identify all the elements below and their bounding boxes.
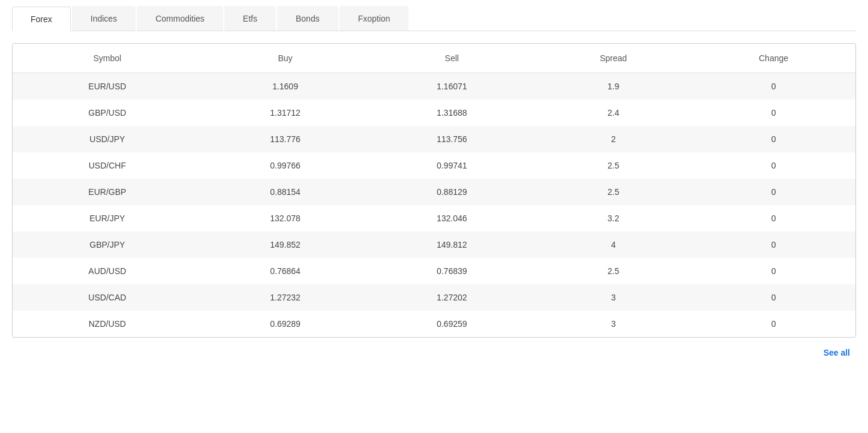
cell-buy: 132.078 [202, 205, 369, 231]
cell-spread: 3 [535, 311, 692, 337]
cell-change: 0 [692, 205, 855, 231]
cell-spread: 1.9 [535, 73, 692, 100]
table-header-row: Symbol Buy Sell Spread Change [13, 44, 855, 73]
cell-sell: 132.046 [368, 205, 535, 231]
page-wrapper: Forex Indices Commodities Etfs Bonds Fxo… [0, 0, 868, 376]
cell-change: 0 [692, 126, 855, 152]
cell-buy: 1.31712 [202, 100, 369, 126]
tab-indices[interactable]: Indices [72, 6, 136, 31]
table-row: USD/CHF0.997660.997412.50 [13, 152, 855, 179]
cell-change: 0 [692, 311, 855, 337]
col-sell: Sell [368, 44, 535, 73]
cell-change: 0 [692, 152, 855, 179]
cell-change: 0 [692, 258, 855, 284]
data-table-container: Symbol Buy Sell Spread Change EUR/USD1.1… [12, 43, 856, 338]
tabs-container: Forex Indices Commodities Etfs Bonds Fxo… [12, 6, 856, 31]
cell-symbol: GBP/USD [13, 100, 202, 126]
table-row: AUD/USD0.768640.768392.50 [13, 258, 855, 284]
cell-symbol: NZD/USD [13, 311, 202, 337]
cell-buy: 149.852 [202, 231, 369, 258]
forex-table: Symbol Buy Sell Spread Change EUR/USD1.1… [13, 44, 855, 337]
cell-spread: 2 [535, 126, 692, 152]
table-row: EUR/JPY132.078132.0463.20 [13, 205, 855, 231]
cell-change: 0 [692, 179, 855, 205]
tab-commodities[interactable]: Commodities [137, 6, 223, 31]
table-row: GBP/JPY149.852149.81240 [13, 231, 855, 258]
cell-sell: 0.88129 [368, 179, 535, 205]
cell-symbol: USD/JPY [13, 126, 202, 152]
cell-sell: 1.16071 [368, 73, 535, 100]
cell-sell: 0.99741 [368, 152, 535, 179]
cell-buy: 0.76864 [202, 258, 369, 284]
col-change: Change [692, 44, 855, 73]
cell-symbol: EUR/JPY [13, 205, 202, 231]
cell-sell: 113.756 [368, 126, 535, 152]
tab-bonds[interactable]: Bonds [277, 6, 338, 31]
table-row: USD/CAD1.272321.2720230 [13, 284, 855, 311]
cell-change: 0 [692, 284, 855, 311]
cell-buy: 113.776 [202, 126, 369, 152]
table-body: EUR/USD1.16091.160711.90GBP/USD1.317121.… [13, 73, 855, 338]
table-row: USD/JPY113.776113.75620 [13, 126, 855, 152]
cell-sell: 149.812 [368, 231, 535, 258]
cell-spread: 2.5 [535, 179, 692, 205]
table-row: GBP/USD1.317121.316882.40 [13, 100, 855, 126]
cell-sell: 0.69259 [368, 311, 535, 337]
cell-symbol: USD/CAD [13, 284, 202, 311]
cell-change: 0 [692, 231, 855, 258]
see-all-link[interactable]: See all [824, 348, 850, 357]
col-symbol: Symbol [13, 44, 202, 73]
cell-symbol: EUR/USD [13, 73, 202, 100]
col-buy: Buy [202, 44, 369, 73]
cell-sell: 1.31688 [368, 100, 535, 126]
cell-change: 0 [692, 73, 855, 100]
cell-change: 0 [692, 100, 855, 126]
cell-spread: 3 [535, 284, 692, 311]
cell-sell: 0.76839 [368, 258, 535, 284]
tab-forex[interactable]: Forex [12, 7, 71, 31]
col-spread: Spread [535, 44, 692, 73]
cell-symbol: AUD/USD [13, 258, 202, 284]
tab-etfs[interactable]: Etfs [224, 6, 276, 31]
cell-spread: 3.2 [535, 205, 692, 231]
cell-spread: 2.5 [535, 258, 692, 284]
table-row: NZD/USD0.692890.6925930 [13, 311, 855, 337]
cell-buy: 1.27232 [202, 284, 369, 311]
cell-buy: 0.69289 [202, 311, 369, 337]
cell-buy: 0.99766 [202, 152, 369, 179]
cell-buy: 0.88154 [202, 179, 369, 205]
cell-buy: 1.1609 [202, 73, 369, 100]
cell-sell: 1.27202 [368, 284, 535, 311]
cell-symbol: GBP/JPY [13, 231, 202, 258]
table-row: EUR/USD1.16091.160711.90 [13, 73, 855, 100]
cell-spread: 4 [535, 231, 692, 258]
tab-fxoption[interactable]: Fxoption [340, 6, 409, 31]
cell-symbol: USD/CHF [13, 152, 202, 179]
cell-spread: 2.5 [535, 152, 692, 179]
see-all-wrapper: See all [12, 338, 856, 364]
cell-spread: 2.4 [535, 100, 692, 126]
cell-symbol: EUR/GBP [13, 179, 202, 205]
table-row: EUR/GBP0.881540.881292.50 [13, 179, 855, 205]
